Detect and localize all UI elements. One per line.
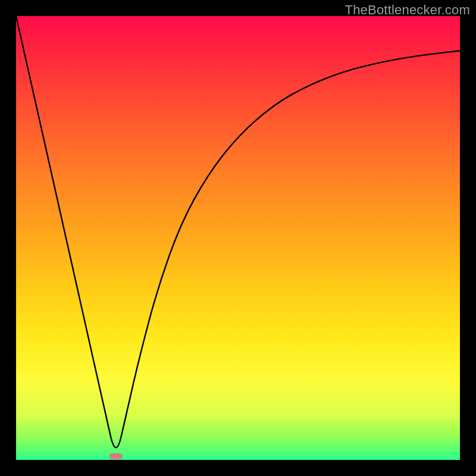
curve-path bbox=[16, 16, 460, 447]
watermark-text: TheBottlenecker.com bbox=[345, 2, 470, 18]
bottleneck-curve bbox=[16, 16, 460, 460]
optimal-marker bbox=[109, 453, 123, 459]
chart-frame: TheBottlenecker.com bbox=[0, 0, 476, 476]
